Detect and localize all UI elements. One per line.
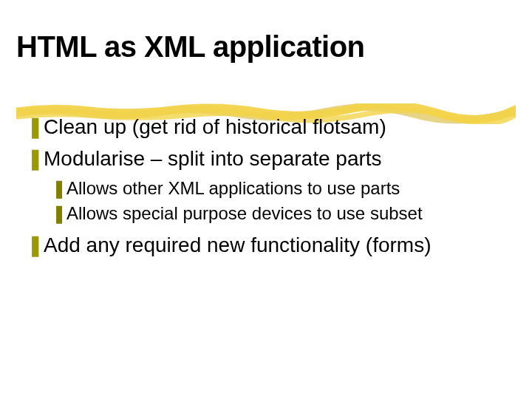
bullet-lvl1: ❚Add any required new functionality (for…	[27, 232, 505, 258]
bullet-icon: ❚	[27, 115, 44, 138]
bullet-lvl2: ❚Allows other XML applications to use pa…	[52, 177, 505, 200]
bullet-lvl2: ❚Allows special purpose devices to use s…	[52, 202, 505, 225]
bullet-text: Allows special purpose devices to use su…	[66, 203, 423, 223]
title-region: HTML as XML application	[16, 31, 516, 62]
bullet-text: Clean up (get rid of historical flotsam)	[44, 115, 386, 138]
bullet-icon: ❚	[52, 203, 66, 223]
slide-body: ❚Clean up (get rid of historical flotsam…	[27, 114, 505, 264]
slide-title: HTML as XML application	[16, 31, 516, 62]
slide: HTML as XML application ❚Clean up (get r…	[0, 0, 532, 399]
bullet-icon: ❚	[52, 178, 66, 198]
bullet-lvl1: ❚Modularise – split into separate parts	[27, 146, 505, 171]
bullet-lvl1: ❚Clean up (get rid of historical flotsam…	[27, 114, 505, 140]
bullet-icon: ❚	[27, 147, 44, 170]
bullet-text: Modularise – split into separate parts	[44, 147, 382, 170]
sub-bullet-group: ❚Allows other XML applications to use pa…	[52, 177, 505, 225]
bullet-icon: ❚	[27, 233, 44, 256]
bullet-text: Add any required new functionality (form…	[44, 233, 431, 256]
bullet-text: Allows other XML applications to use par…	[66, 178, 400, 198]
